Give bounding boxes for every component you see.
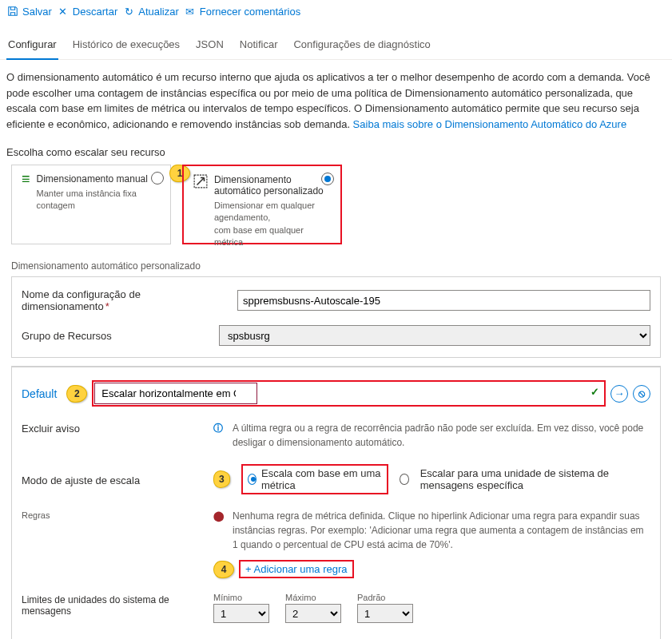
rules-msg-text: Nenhuma regra de métrica definida. Cliqu… — [233, 509, 650, 552]
feedback-label: Fornecer comentários — [200, 6, 300, 18]
manual-scale-card[interactable]: ≡ Dimensionamento manual Manter uma inst… — [11, 165, 171, 244]
delete-info: ⓘ A última regra ou a regra de recorrênc… — [213, 421, 650, 450]
plus-icon: + — [245, 563, 254, 575]
custom-title: Dimensionamento automático personalizado — [214, 174, 331, 196]
condition-name-input[interactable] — [94, 383, 257, 404]
manual-sub: Manter uma instância fixa contagem — [37, 188, 161, 212]
rules-warning: ⬤ Nenhuma regra de métrica definida. Cli… — [213, 509, 650, 552]
config-name-input[interactable] — [237, 290, 650, 311]
limits-label: Limites de unidades do sistema de mensag… — [22, 593, 205, 617]
learn-more-link[interactable]: Saiba mais sobre o Dimensionamento Autom… — [353, 118, 627, 130]
limit-default-select[interactable]: 1 — [357, 604, 413, 623]
scale-condition: Default 2 ✓ → ⦸ Excluir aviso ⓘ A última… — [11, 366, 661, 639]
manual-radio[interactable] — [151, 172, 164, 185]
error-icon: ⬤ — [213, 509, 226, 552]
save-button[interactable]: Salvar — [6, 5, 52, 18]
callout-3: 3 — [213, 470, 230, 488]
tab-run-history[interactable]: Histórico de execuções — [71, 34, 181, 59]
limit-max: Máximo 2 — [285, 593, 341, 623]
scale-mode-options: 3 Escala com base em uma métrica Escalar… — [213, 464, 650, 494]
custom-radio[interactable] — [321, 173, 334, 185]
cancel-button[interactable]: ⦸ — [633, 385, 650, 403]
limit-default: Padrão 1 — [357, 593, 413, 623]
config-name-label: Nome da configuração de dimensionamento* — [22, 288, 229, 312]
check-icon: ✓ — [590, 386, 599, 398]
custom-autoscale-card[interactable]: Dimensionamento automático personalizado… — [182, 165, 342, 244]
limit-min: Mínimo 1 — [213, 593, 269, 623]
add-rule-wrap: + Adicionar uma regra — [239, 560, 354, 578]
apply-button[interactable]: → — [610, 385, 628, 403]
tab-json[interactable]: JSON — [194, 34, 225, 59]
callout-4: 4 — [213, 561, 234, 578]
scale-mode-metric-label: Escala com base em uma métrica — [261, 467, 382, 491]
condition-default-label: Default — [22, 387, 57, 400]
limit-min-label: Mínimo — [213, 593, 269, 602]
scale-mode-metric-radio[interactable] — [248, 474, 256, 485]
limit-max-select[interactable]: 2 — [285, 604, 341, 623]
refresh-label: Atualizar — [138, 6, 179, 18]
custom-section-title: Dimensionamento automático personalizado — [0, 252, 672, 276]
limit-min-select[interactable]: 1 — [213, 604, 269, 623]
manual-icon: ≡ — [22, 173, 30, 236]
command-bar: Salvar ✕ Descartar ↻ Atualizar ✉ Fornece… — [0, 0, 672, 22]
custom-sub1: Dimensionar em qualquer agendamento, — [214, 200, 331, 224]
tab-configure[interactable]: Configurar — [6, 34, 58, 60]
discard-label: Descartar — [73, 6, 117, 18]
resource-group-select[interactable]: spsbusrg — [219, 325, 650, 346]
discard-button[interactable]: ✕ Descartar — [57, 5, 117, 18]
limit-max-label: Máximo — [285, 593, 341, 602]
refresh-icon: ↻ — [122, 5, 135, 18]
tab-diagnostics[interactable]: Configurações de diagnóstico — [292, 34, 431, 59]
tabs: Configurar Histórico de execuções JSON N… — [0, 29, 672, 60]
limit-default-label: Padrão — [357, 593, 413, 602]
rg-label: Grupo de Recursos — [22, 330, 211, 342]
scale-options: ≡ Dimensionamento manual Manter uma inst… — [0, 165, 672, 252]
feedback-button[interactable]: ✉ Fornecer comentários — [184, 5, 300, 18]
config-form: Nome da configuração de dimensionamento*… — [11, 276, 661, 358]
info-icon: ⓘ — [213, 421, 226, 450]
delete-warning-label: Excluir aviso — [22, 421, 205, 435]
callout-2: 2 — [66, 385, 87, 403]
rules-label: Regras — [22, 509, 205, 520]
required-mark: * — [105, 300, 109, 312]
autoscale-icon — [193, 174, 208, 235]
limits-group: Mínimo 1 Máximo 2 Padrão 1 — [213, 593, 413, 623]
manual-title: Dimensionamento manual — [37, 173, 161, 185]
save-label: Salvar — [22, 6, 52, 18]
scale-mode-metric-wrap: Escala com base em uma métrica — [241, 464, 389, 494]
scale-mode-specific-radio[interactable] — [400, 474, 408, 485]
discard-icon: ✕ — [57, 5, 70, 18]
custom-sub2: com base em qualquer métrica — [214, 224, 331, 249]
tab-notify[interactable]: Notificar — [238, 34, 280, 59]
choose-label: Escolha como escalar seu recurso — [0, 135, 672, 165]
add-rule-link[interactable]: + Adicionar uma regra — [245, 563, 348, 575]
scale-mode-label: Modo de ajuste de escala — [22, 473, 205, 486]
delete-msg-text: A última regra ou a regra de recorrência… — [233, 421, 650, 450]
intro-text: O dimensionamento automático é um recurs… — [0, 60, 672, 135]
feedback-icon: ✉ — [184, 5, 197, 18]
condition-header: Default 2 ✓ → ⦸ — [22, 380, 650, 407]
save-icon — [6, 5, 19, 18]
scale-mode-specific-label: Escalar para uma unidade de sistema de m… — [420, 467, 650, 491]
refresh-button[interactable]: ↻ Atualizar — [122, 5, 179, 18]
